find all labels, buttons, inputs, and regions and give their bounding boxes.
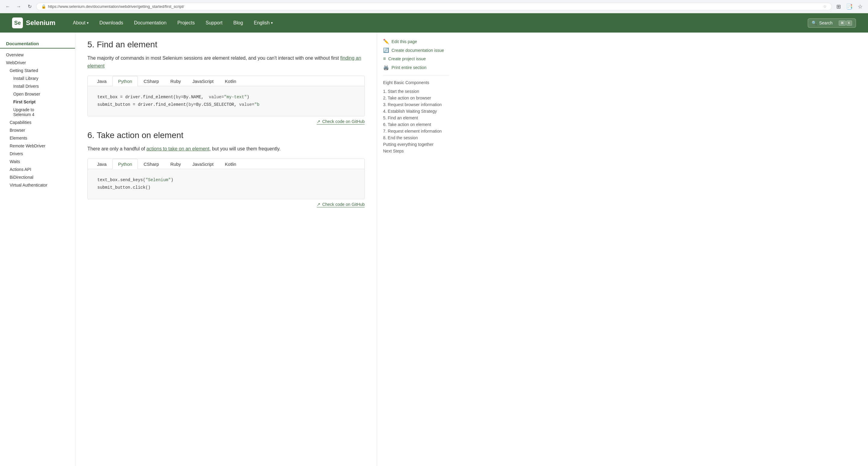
logo-icon: Se — [12, 18, 23, 28]
back-button[interactable]: ← — [4, 2, 12, 11]
toc-item-putting-together[interactable]: Putting everything together — [383, 141, 449, 148]
section5-tabs: Java Python CSharp Ruby JavaScript Kotli… — [88, 76, 364, 86]
nav-downloads[interactable]: Downloads — [94, 14, 129, 32]
sidebar-item-first-script[interactable]: First Script — [0, 98, 75, 106]
code-line-3: text_box.send_keys("Selenium") — [97, 176, 355, 184]
doc-issue-icon: 🔄 — [383, 47, 389, 53]
section-take-action: 6. Take action on element There are only… — [87, 130, 365, 207]
section-find-element: 5. Find an element The majority of comma… — [87, 40, 365, 124]
toc-heading: Eight Basic Components — [383, 80, 449, 85]
toc-item-5[interactable]: 5. Find an element — [383, 115, 449, 121]
sidebar-item-upgrade[interactable]: Upgrade toSelenium 4 — [0, 106, 75, 119]
toc-item-6[interactable]: 6. Take action on element — [383, 121, 449, 128]
section6-code: text_box.send_keys("Selenium") submit_bu… — [88, 169, 364, 199]
external-link-icon-2: ↗ — [317, 202, 320, 207]
sidebar-item-overview[interactable]: Overview — [0, 51, 75, 59]
section6-tabs: Java Python CSharp Ruby JavaScript Kotli… — [88, 159, 364, 169]
toc-item-4[interactable]: 4. Establish Waiting Strategy — [383, 108, 449, 115]
toc-item-8[interactable]: 8. End the session — [383, 134, 449, 141]
sidebar-item-virtual-authenticator[interactable]: Virtual Authenticator — [0, 181, 75, 189]
sidebar-item-elements[interactable]: Elements — [0, 134, 75, 142]
print-icon: 🖨️ — [383, 64, 389, 70]
section6-tab-java[interactable]: Java — [91, 159, 113, 169]
qr-icon[interactable]: ⊞ — [834, 2, 843, 11]
section5-tab-java[interactable]: Java — [91, 76, 113, 86]
about-chevron-icon: ▾ — [87, 21, 89, 25]
section5-github-anchor[interactable]: ↗ Check code on GitHub — [317, 119, 365, 124]
section6-tab-javascript[interactable]: JavaScript — [187, 159, 219, 169]
sidebar-item-browser[interactable]: Browser — [0, 126, 75, 134]
section6-tab-python[interactable]: Python — [113, 159, 138, 169]
nav-support[interactable]: Support — [200, 14, 228, 32]
code-line-4: submit_button.click() — [97, 184, 355, 191]
browser-toolbar: ⊞ 📑 ☆ — [834, 2, 864, 11]
star-icon[interactable]: ☆ — [856, 2, 864, 11]
nav-documentation[interactable]: Documentation — [129, 14, 172, 32]
sidebar-item-getting-started[interactable]: Getting Started — [0, 67, 75, 74]
toc-item-7[interactable]: 7. Request element information — [383, 128, 449, 134]
section5-tab-javascript[interactable]: JavaScript — [187, 76, 219, 86]
sidebar-item-bidirectional[interactable]: BiDirectional — [0, 173, 75, 181]
sidebar-item-capabilities[interactable]: Capabilities — [0, 119, 75, 126]
section6-github-anchor[interactable]: ↗ Check code on GitHub — [317, 202, 365, 207]
address-bar[interactable]: 🔒 https://www.selenium.dev/documentation… — [36, 3, 832, 10]
search-label: Search — [819, 21, 832, 25]
code-line-1: text_box = driver.find_element(by=By.NAM… — [97, 93, 355, 101]
toc-item-2[interactable]: 2. Take action on browser — [383, 95, 449, 101]
site-logo[interactable]: Se Selenium — [12, 18, 56, 28]
sidebar-item-actions-api[interactable]: Actions API — [0, 165, 75, 173]
sidebar-item-install-drivers[interactable]: Install Drivers — [0, 82, 75, 90]
toc-project-issue-link[interactable]: ≡ Create project issue — [383, 56, 449, 61]
section5-text: The majority of commands in most Seleniu… — [87, 54, 365, 70]
edit-icon: ✏️ — [383, 39, 389, 44]
kbd-k: K — [846, 21, 852, 26]
left-sidebar: Documentation Overview WebDriver Getting… — [0, 33, 75, 466]
section6-tab-kotlin[interactable]: Kotlin — [219, 159, 242, 169]
section5-tab-ruby[interactable]: Ruby — [164, 76, 187, 86]
section5-tab-kotlin[interactable]: Kotlin — [219, 76, 242, 86]
section6-tab-ruby[interactable]: Ruby — [164, 159, 187, 169]
project-issue-icon: ≡ — [383, 56, 386, 61]
sidebar-item-waits[interactable]: Waits — [0, 158, 75, 165]
main-content: 5. Find an element The majority of comma… — [75, 33, 377, 466]
sidebar-item-webdriver[interactable]: WebDriver — [0, 59, 75, 67]
section5-code: text_box = driver.find_element(by=By.NAM… — [88, 86, 364, 116]
sidebar-item-remote-webdriver[interactable]: Remote WebDriver — [0, 142, 75, 150]
toc-sidebar: ✏️ Edit this page 🔄 Create documentation… — [377, 33, 455, 466]
language-chevron-icon: ▾ — [271, 21, 273, 25]
search-kbd: ⌘ K — [839, 21, 852, 26]
toc-item-3[interactable]: 3. Request browser information — [383, 101, 449, 108]
brand-name: Selenium — [26, 19, 56, 27]
section6-text: There are only a handful of actions to t… — [87, 145, 365, 153]
section6-tab-csharp[interactable]: CSharp — [138, 159, 164, 169]
external-link-icon: ↗ — [317, 119, 320, 124]
sidebar-item-drivers[interactable]: Drivers — [0, 150, 75, 158]
bookmark-icon[interactable]: 📑 — [845, 2, 854, 11]
forward-button[interactable]: → — [14, 2, 23, 11]
refresh-button[interactable]: ↻ — [25, 2, 34, 11]
sidebar-title: Documentation — [0, 39, 75, 49]
toc-doc-issue-link[interactable]: 🔄 Create documentation issue — [383, 47, 449, 53]
nav-blog[interactable]: Blog — [228, 14, 248, 32]
actions-link[interactable]: actions to take on an element — [147, 146, 210, 151]
search-bar[interactable]: 🔍 Search ⌘ K — [808, 19, 856, 28]
sidebar-item-open-browser[interactable]: Open Browser — [0, 90, 75, 98]
main-nav: About ▾ Downloads Documentation Projects… — [67, 14, 808, 32]
nav-language[interactable]: English ▾ — [248, 14, 278, 32]
nav-projects[interactable]: Projects — [172, 14, 200, 32]
browser-chrome: ← → ↻ 🔒 https://www.selenium.dev/documen… — [0, 0, 868, 13]
section6-github-link: ↗ Check code on GitHub — [87, 201, 365, 207]
section6-code-block: Java Python CSharp Ruby JavaScript Kotli… — [87, 159, 365, 199]
toc-print-link[interactable]: 🖨️ Print entire section — [383, 64, 449, 70]
section5-code-block: Java Python CSharp Ruby JavaScript Kotli… — [87, 76, 365, 116]
toc-edit-link[interactable]: ✏️ Edit this page — [383, 39, 449, 44]
site-header: Se Selenium About ▾ Downloads Documentat… — [0, 13, 868, 33]
code-line-2: submit_button = driver.find_element(by=B… — [97, 101, 355, 108]
section5-tab-csharp[interactable]: CSharp — [138, 76, 164, 86]
nav-about[interactable]: About ▾ — [67, 14, 94, 32]
search-icon: 🔍 — [812, 21, 817, 25]
section5-tab-python[interactable]: Python — [113, 76, 138, 86]
toc-item-next-steps[interactable]: Next Steps — [383, 148, 449, 154]
sidebar-item-install-library[interactable]: Install Library — [0, 74, 75, 82]
toc-item-1[interactable]: 1. Start the session — [383, 88, 449, 95]
